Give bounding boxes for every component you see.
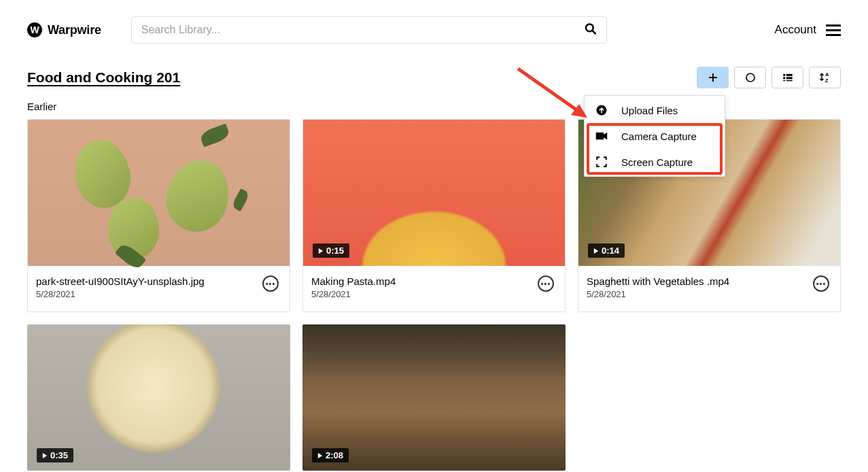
play-icon	[593, 248, 599, 254]
dropdown-item-upload[interactable]: Upload Files	[585, 97, 725, 123]
more-options-button[interactable]: •••	[813, 275, 829, 292]
play-icon	[318, 248, 324, 254]
dropdown-item-label: Camera Capture	[621, 131, 697, 142]
media-title: park-street-uI900SItAyY-unsplash.jpg	[36, 275, 256, 287]
media-card[interactable]: 0:15 Making Pasta.mp4 5/28/2021 •••	[302, 119, 566, 312]
page-title[interactable]: Food and Cooking 201	[27, 69, 180, 86]
media-card[interactable]: 2:08	[302, 324, 566, 471]
svg-rect-6	[786, 74, 792, 76]
svg-rect-9	[783, 80, 785, 82]
svg-rect-5	[783, 74, 785, 76]
brand-logo[interactable]: W Warpwire	[27, 22, 101, 37]
media-date: 5/28/2021	[587, 289, 806, 299]
sort-button[interactable]: AZ	[809, 67, 841, 88]
menu-icon[interactable]	[826, 24, 841, 36]
play-icon	[317, 453, 323, 458]
svg-line-1	[592, 31, 595, 34]
list-view-button[interactable]	[771, 67, 803, 88]
svg-rect-8	[786, 77, 792, 79]
more-options-button[interactable]: •••	[262, 275, 279, 292]
media-card[interactable]: 0:35	[27, 324, 290, 471]
record-button[interactable]	[734, 67, 766, 88]
media-thumbnail[interactable]: 2:08	[302, 324, 566, 471]
svg-rect-7	[783, 77, 785, 79]
media-date: 5/28/2021	[36, 289, 256, 299]
media-grid: park-street-uI900SItAyY-unsplash.jpg 5/2…	[0, 119, 868, 471]
more-options-button[interactable]: •••	[538, 275, 554, 292]
list-icon	[782, 71, 794, 84]
duration-badge: 0:15	[313, 243, 349, 258]
upload-icon	[595, 104, 608, 116]
search-button[interactable]	[581, 20, 600, 41]
dropdown-item-screen[interactable]: Screen Capture	[585, 149, 725, 175]
duration-badge: 0:35	[37, 448, 73, 462]
brand-logo-icon: W	[27, 22, 42, 37]
search-container	[131, 16, 607, 44]
section-label: Earlier	[0, 91, 868, 119]
media-thumbnail[interactable]: 0:15	[303, 120, 565, 266]
dropdown-item-label: Screen Capture	[621, 156, 693, 168]
media-thumbnail[interactable]	[28, 120, 290, 266]
play-icon	[42, 453, 48, 458]
duration-badge: 2:08	[312, 448, 349, 462]
camera-icon	[595, 130, 608, 142]
plus-icon	[707, 71, 719, 84]
svg-rect-14	[596, 133, 604, 140]
svg-point-0	[586, 24, 593, 31]
media-thumbnail[interactable]: 0:35	[27, 324, 290, 471]
svg-rect-10	[786, 80, 792, 82]
media-title: Making Pasta.mp4	[311, 275, 531, 287]
search-icon	[584, 22, 597, 36]
circle-icon	[744, 71, 757, 84]
search-input[interactable]	[131, 16, 607, 44]
account-link[interactable]: Account	[775, 23, 816, 37]
dropdown-item-camera[interactable]: Camera Capture	[585, 123, 725, 149]
add-dropdown-menu: Upload Files Camera Capture Screen Captu…	[584, 95, 725, 177]
media-card[interactable]: park-street-uI900SItAyY-unsplash.jpg 5/2…	[27, 119, 290, 312]
svg-point-4	[746, 73, 754, 82]
svg-text:Z: Z	[825, 78, 829, 84]
dropdown-item-label: Upload Files	[621, 105, 678, 116]
media-date: 5/28/2021	[311, 289, 531, 299]
sort-az-icon: AZ	[818, 71, 832, 84]
screen-capture-icon	[595, 156, 608, 168]
duration-badge: 0:14	[588, 243, 625, 258]
add-button[interactable]	[697, 67, 729, 88]
brand-logo-text: Warpwire	[48, 23, 101, 37]
media-title: Spaghetti with Vegetables .mp4	[587, 275, 806, 287]
